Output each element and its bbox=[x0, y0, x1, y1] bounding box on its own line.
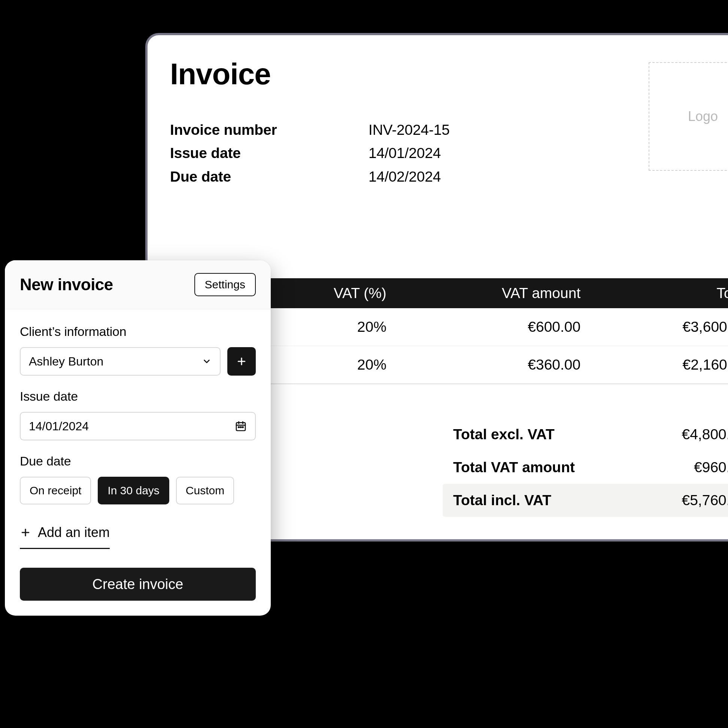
client-select[interactable]: Ashley Burton bbox=[20, 347, 220, 376]
due-date-label: Due date bbox=[170, 165, 369, 188]
issue-date-input[interactable]: 14/01/2024 bbox=[20, 412, 256, 440]
add-item-label: Add an item bbox=[38, 525, 110, 540]
total-vat-label: Total VAT amount bbox=[453, 459, 575, 476]
plus-icon bbox=[20, 527, 31, 538]
logo-placeholder-label: Logo bbox=[688, 109, 718, 124]
col-vat-pct: VAT (%) bbox=[254, 278, 396, 308]
calendar-icon bbox=[235, 420, 247, 432]
total-incl-value: €5,760.00 bbox=[682, 492, 728, 509]
chevron-down-icon bbox=[202, 356, 212, 366]
due-option-30-days[interactable]: In 30 days bbox=[98, 477, 169, 505]
panel-title: New invoice bbox=[20, 275, 113, 294]
due-date-value: 14/02/2024 bbox=[369, 165, 441, 188]
invoice-number-label: Invoice number bbox=[170, 118, 369, 142]
new-invoice-panel: New invoice Settings Client’s informatio… bbox=[5, 260, 271, 616]
plus-icon bbox=[236, 356, 247, 367]
client-info-label: Client’s information bbox=[20, 324, 256, 339]
cell-vat-pct: 20% bbox=[254, 346, 396, 384]
add-client-button[interactable] bbox=[227, 347, 256, 376]
cell-vat-amount: €600.00 bbox=[396, 308, 590, 346]
invoice-number-value: INV-2024-15 bbox=[369, 118, 450, 142]
col-total: Total bbox=[590, 278, 728, 308]
settings-button[interactable]: Settings bbox=[194, 273, 256, 296]
cell-total: €3,600.00 bbox=[590, 308, 728, 346]
client-select-value: Ashley Burton bbox=[29, 355, 103, 369]
svg-point-6 bbox=[238, 427, 239, 428]
add-item-button[interactable]: Add an item bbox=[20, 522, 110, 549]
totals: Total excl. VAT €4,800.00 Total VAT amou… bbox=[443, 418, 728, 517]
total-excl-label: Total excl. VAT bbox=[453, 426, 555, 443]
cell-total: €2,160.00 bbox=[590, 346, 728, 384]
preview-title: Invoice bbox=[170, 57, 450, 91]
issue-date-input-value: 14/01/2024 bbox=[29, 419, 89, 433]
svg-point-8 bbox=[242, 427, 243, 428]
logo-placeholder[interactable]: Logo bbox=[648, 62, 728, 171]
cell-vat-pct: 20% bbox=[254, 308, 396, 346]
issue-date-field-label: Issue date bbox=[20, 389, 256, 404]
total-incl-label: Total incl. VAT bbox=[453, 492, 551, 509]
col-vat-amount: VAT amount bbox=[396, 278, 590, 308]
cell-vat-amount: €360.00 bbox=[396, 346, 590, 384]
due-date-field-label: Due date bbox=[20, 454, 256, 468]
due-option-on-receipt[interactable]: On receipt bbox=[20, 477, 91, 505]
total-vat-value: €960.00 bbox=[694, 459, 728, 476]
issue-date-label: Issue date bbox=[170, 142, 369, 165]
total-excl-value: €4,800.00 bbox=[682, 426, 728, 443]
due-option-custom[interactable]: Custom bbox=[176, 477, 234, 505]
svg-point-7 bbox=[240, 427, 242, 428]
issue-date-value: 14/01/2024 bbox=[369, 142, 441, 165]
create-invoice-button[interactable]: Create invoice bbox=[20, 568, 256, 601]
